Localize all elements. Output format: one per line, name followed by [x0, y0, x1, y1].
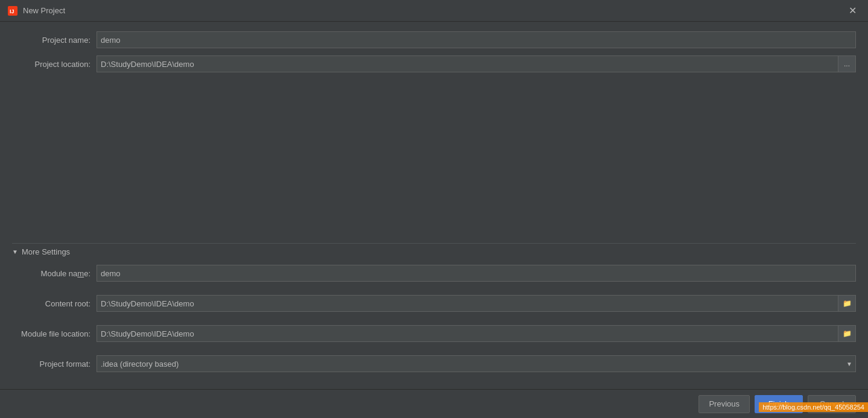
project-format-select-wrapper: .idea (directory based) .ipr (file based…	[97, 355, 856, 372]
previous-button[interactable]: Previous	[699, 395, 750, 413]
more-settings-toggle[interactable]: ▼ More Settings	[12, 243, 856, 260]
more-settings-content: Module name: Content root: 📁	[12, 265, 856, 379]
expand-icon: ▼	[12, 249, 18, 255]
app-icon: IJ	[7, 5, 18, 16]
dialog-footer: Previous Finish Cancel	[0, 389, 868, 418]
project-format-select[interactable]: .idea (directory based) .ipr (file based…	[97, 355, 856, 372]
module-name-row: Module name:	[12, 265, 856, 282]
module-file-location-label: Module file location:	[12, 329, 97, 338]
content-root-browse-button[interactable]: 📁	[838, 295, 856, 312]
browse-icon: 📁	[843, 329, 852, 338]
project-location-browse-button[interactable]: ...	[838, 55, 856, 72]
more-settings-label: More Settings	[22, 247, 70, 256]
watermark: https://blog.csdn.net/qq_45058254	[759, 402, 868, 412]
project-name-input[interactable]	[97, 31, 856, 48]
svg-text:IJ: IJ	[10, 8, 14, 14]
new-project-dialog: IJ New Project ✕ Project name: Project l…	[0, 0, 868, 418]
project-format-row: Project format: .idea (directory based) …	[12, 355, 856, 372]
module-file-location-input-group: 📁	[97, 325, 856, 342]
project-name-row: Project name:	[12, 31, 856, 48]
more-settings-section: ▼ More Settings Module name: Content roo…	[12, 243, 856, 379]
module-name-label: Module name:	[12, 269, 97, 278]
project-location-input[interactable]	[97, 55, 838, 72]
close-button[interactable]: ✕	[844, 2, 861, 19]
project-location-row: Project location: ...	[12, 55, 856, 72]
project-location-label: Project location:	[12, 60, 97, 69]
content-root-input[interactable]	[97, 295, 838, 312]
module-name-input[interactable]	[97, 265, 856, 282]
browse-icon: 📁	[843, 299, 852, 308]
module-file-location-input[interactable]	[97, 325, 838, 342]
spacer	[12, 80, 856, 241]
content-root-label: Content root:	[12, 299, 97, 308]
content-root-input-group: 📁	[97, 295, 856, 312]
title-bar: IJ New Project ✕	[0, 0, 868, 22]
dialog-title: New Project	[23, 6, 844, 15]
browse-icon: ...	[844, 60, 850, 68]
project-name-label: Project name:	[12, 36, 97, 45]
dialog-content: Project name: Project location: ... ▼ Mo…	[0, 22, 868, 389]
module-file-location-row: Module file location: 📁	[12, 325, 856, 342]
module-file-location-browse-button[interactable]: 📁	[838, 325, 856, 342]
close-icon: ✕	[849, 5, 857, 16]
project-location-input-group: ...	[97, 55, 856, 72]
project-format-label: Project format:	[12, 359, 97, 369]
content-root-row: Content root: 📁	[12, 295, 856, 312]
